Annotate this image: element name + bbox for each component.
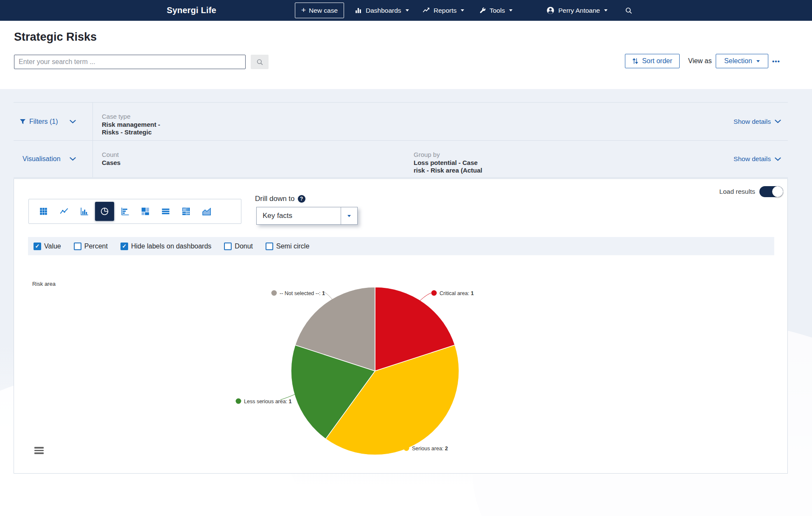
pie-label-connector: [280, 394, 295, 400]
visualisation-show-details-link[interactable]: Show details: [734, 155, 781, 163]
chart-type-toolbar: [28, 199, 241, 224]
line-chart-icon: [59, 207, 69, 216]
content-section: Filters (1) Case type Risk management - …: [0, 89, 812, 516]
filters-toggle[interactable]: Filters (1): [14, 103, 92, 140]
navbar-search-button[interactable]: [624, 0, 633, 21]
chart-type-bar-button[interactable]: [115, 202, 134, 221]
chart-type-rows-button[interactable]: [156, 202, 175, 221]
chevron-down-icon: [70, 157, 76, 161]
view-as-selected-value: Selection: [724, 57, 752, 65]
chart-type-grid-button[interactable]: [176, 202, 196, 221]
field-value: Risk management -: [102, 121, 160, 128]
field-value: Cases: [102, 159, 120, 167]
drill-down-label: Drill down to: [255, 195, 295, 203]
chevron-down-icon: [461, 9, 464, 11]
wrench-icon: [479, 7, 486, 14]
sort-order-button[interactable]: Sort order: [625, 54, 680, 68]
pie-chart-icon: [100, 206, 109, 216]
sort-order-label: Sort order: [642, 57, 672, 65]
chevron-down-icon: [775, 120, 781, 123]
checkbox-icon: [224, 243, 232, 250]
user-menu[interactable]: Perry Antoane: [546, 0, 608, 21]
treemap-icon: [141, 207, 150, 216]
chart-type-line-button[interactable]: [54, 202, 73, 221]
bar-chart-horizontal-icon: [120, 207, 130, 216]
nav-menu-dashboards[interactable]: Dashboards: [354, 0, 409, 21]
drill-down-selected-value: Key facts: [257, 207, 341, 224]
visualisation-panel: Drill down to ? Key facts Load results V…: [14, 179, 788, 474]
field-value: Risks - Strategic: [102, 128, 160, 136]
chart-type-table-button[interactable]: [34, 202, 53, 221]
percent-checkbox[interactable]: Percent: [74, 243, 108, 250]
chart-type-area-button[interactable]: [197, 202, 216, 221]
hamburger-icon: [34, 447, 44, 449]
semi-circle-checkbox[interactable]: Semi circle: [266, 243, 309, 250]
nav-menu-label: Reports: [434, 7, 456, 14]
nav-menu-label: Tools: [490, 7, 505, 14]
value-checkbox[interactable]: Value: [34, 243, 61, 250]
search-submit-button[interactable]: [251, 55, 269, 69]
field-label: Group by: [414, 151, 482, 158]
bar-chart-icon: [354, 6, 362, 14]
toggle-knob: [772, 186, 783, 197]
field-value: risk - Risk area (Actual: [414, 167, 482, 174]
chart-axis-title: Risk area: [32, 281, 56, 287]
search-icon: [256, 58, 264, 66]
help-icon[interactable]: ?: [298, 195, 305, 203]
donut-checkbox[interactable]: Donut: [224, 243, 253, 250]
pie-data-label: Serious area: 2: [412, 446, 448, 452]
nav-menu-label: Dashboards: [366, 7, 401, 14]
checkbox-icon: [120, 243, 128, 250]
pie-data-label: Less serious area: 1: [244, 399, 292, 404]
visualisation-row: Visualisation Count Cases Group by Loss …: [14, 140, 788, 178]
chart-type-column-button[interactable]: [75, 202, 94, 221]
chart-type-treemap-button[interactable]: [136, 202, 155, 221]
visualisation-label: Visualisation: [22, 155, 61, 163]
divider: [92, 141, 93, 177]
area-chart-icon: [202, 207, 211, 216]
filters-row: Filters (1) Case type Risk management - …: [14, 102, 788, 140]
new-case-button[interactable]: + New case: [295, 3, 344, 18]
case-type-field: Case type Risk management - Risks - Stra…: [102, 113, 160, 136]
chart-type-pie-button[interactable]: [95, 202, 114, 221]
group-by-field: Group by Loss potential - Case risk - Ri…: [414, 151, 482, 174]
drill-down-select[interactable]: Key facts: [256, 207, 358, 225]
chart-options-row: Value Percent Hide labels on dashboards …: [28, 237, 774, 255]
checkbox-icon: [266, 243, 273, 250]
pie-label-marker: [272, 290, 277, 296]
chart-context-menu-button[interactable]: [34, 447, 44, 454]
search-input[interactable]: [14, 55, 246, 69]
chevron-down-icon: [70, 120, 76, 123]
load-results-toggle[interactable]: [759, 186, 783, 197]
grid-icon: [182, 207, 190, 216]
column-chart-icon: [80, 207, 89, 216]
app-logo[interactable]: Synergi Life: [167, 0, 216, 21]
filters-show-details-link[interactable]: Show details: [734, 118, 781, 126]
show-details-label: Show details: [734, 155, 771, 163]
load-results-control: Load results: [720, 186, 783, 197]
drill-down-row: Drill down to ?: [255, 195, 305, 203]
view-as-select[interactable]: Selection: [716, 54, 768, 68]
search-icon: [624, 6, 633, 15]
chevron-down-icon: [347, 215, 351, 217]
plus-icon: +: [301, 6, 306, 14]
count-field: Count Cases: [102, 151, 120, 167]
pie-label-marker: [236, 399, 241, 404]
nav-menu-tools[interactable]: Tools: [479, 0, 512, 21]
visualisation-toggle[interactable]: Visualisation: [14, 141, 92, 177]
pie-data-label: -- Not selected --: 1: [280, 290, 325, 296]
synergi-life-app: Synergi Life + New case Dashboards Repor…: [0, 0, 812, 516]
rows-icon: [161, 207, 170, 216]
chevron-down-icon: [604, 9, 608, 11]
filter-funnel-icon: [20, 119, 26, 125]
checkbox-icon: [34, 243, 41, 250]
query-summary-rows: Filters (1) Case type Risk management - …: [14, 102, 788, 178]
hide-labels-checkbox[interactable]: Hide labels on dashboards: [120, 243, 211, 250]
dropdown-caret-button[interactable]: [341, 207, 357, 224]
chevron-down-icon: [509, 9, 512, 11]
field-value: Loss potential - Case: [414, 159, 482, 167]
more-options-button[interactable]: •••: [772, 54, 780, 68]
checkbox-icon: [74, 243, 81, 250]
trend-line-icon: [422, 6, 430, 14]
nav-menu-reports[interactable]: Reports: [422, 0, 464, 21]
